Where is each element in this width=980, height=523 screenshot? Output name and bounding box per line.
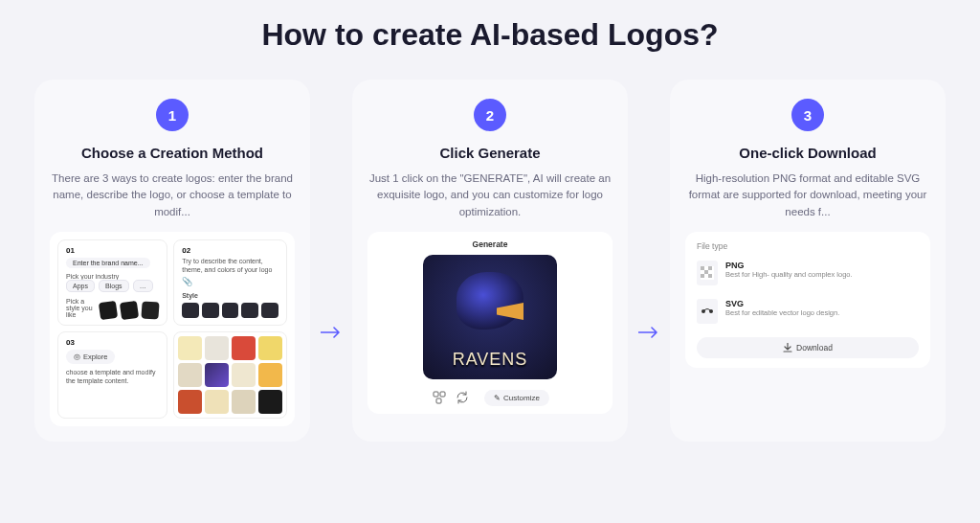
template-thumb[interactable]	[178, 390, 202, 414]
step-description: High-resolution PNG format and editable …	[685, 171, 930, 220]
box3-label: 03	[66, 338, 159, 347]
svg-rect-7	[701, 274, 704, 278]
style-tile[interactable]	[142, 301, 160, 319]
step1-illustration: 01 Enter the brand name... Pick your ind…	[50, 232, 295, 426]
filetype-row-svg[interactable]: SVG Best for editable vector logo design…	[697, 299, 919, 324]
template-thumb[interactable]	[232, 336, 256, 360]
style-swatch[interactable]	[222, 303, 239, 318]
step-number-badge: 1	[156, 99, 189, 131]
variant-icon[interactable]	[431, 389, 448, 406]
step-description: There are 3 ways to create logos: enter …	[50, 171, 295, 220]
svg-rect-5	[708, 266, 712, 270]
pick-industry-label: Pick your industry	[66, 273, 159, 280]
svg-rect-6	[704, 270, 708, 274]
template-thumb[interactable]	[205, 363, 229, 387]
logo-text: RAVENS	[453, 350, 528, 370]
svg-name: SVG	[725, 299, 839, 308]
svg-rect-4	[701, 266, 704, 270]
template-thumb[interactable]	[205, 390, 229, 414]
brand-name-input[interactable]: Enter the brand name...	[66, 258, 150, 268]
compass-icon: ◎	[74, 352, 80, 361]
template-thumb[interactable]	[178, 336, 202, 360]
style-swatch[interactable]	[202, 303, 219, 318]
style-swatch[interactable]	[182, 303, 199, 318]
svg-file-icon	[697, 299, 718, 324]
style-swatch[interactable]	[261, 303, 278, 318]
industry-chip-blogs[interactable]: Blogs	[99, 280, 129, 292]
box1-label: 01	[66, 246, 159, 255]
template-thumb[interactable]	[258, 336, 282, 360]
regenerate-icon[interactable]	[454, 389, 471, 406]
png-sub: Best for High- quality and complex logo.	[725, 270, 853, 280]
template-grid	[178, 336, 282, 414]
style-label: Style	[182, 292, 278, 299]
wand-icon: ✎	[494, 394, 501, 402]
svg-rect-8	[708, 274, 712, 278]
pick-style-label: Pick a style you like	[66, 298, 96, 318]
generated-logo-preview: RAVENS	[423, 255, 557, 379]
style-swatch[interactable]	[241, 303, 258, 318]
style-tile[interactable]	[99, 301, 118, 320]
page-title: How to create AI-based Logos?	[34, 17, 946, 53]
step-card-1: 1 Choose a Creation Method There are 3 w…	[34, 80, 310, 442]
download-icon	[783, 343, 792, 352]
template-thumb[interactable]	[258, 363, 282, 387]
svg-rect-2	[436, 398, 441, 403]
style-tile[interactable]	[120, 301, 139, 320]
step-title: One-click Download	[739, 145, 876, 161]
customize-button[interactable]: ✎ Customize	[484, 390, 549, 406]
explore-button[interactable]: ◎ Explore	[66, 350, 115, 364]
step-card-2: 2 Click Generate Just 1 click on the "GE…	[352, 80, 628, 442]
template-thumb[interactable]	[258, 390, 282, 414]
attach-icon[interactable]: 📎	[182, 277, 278, 286]
step-card-3: 3 One-click Download High-resolution PNG…	[670, 80, 946, 442]
template-thumb[interactable]	[232, 390, 256, 414]
arrow-right-icon	[628, 80, 670, 442]
template-thumb[interactable]	[178, 363, 202, 387]
step-number-badge: 3	[791, 99, 824, 131]
step-title: Click Generate	[439, 145, 540, 161]
step2-illustration: Generate RAVENS	[368, 232, 612, 414]
step-title: Choose a Creation Method	[81, 145, 263, 161]
svg-sub: Best for editable vector logo design.	[725, 308, 839, 318]
box2-label: 02	[182, 246, 278, 255]
step3-illustration: File type PNG Best for High- quality and…	[685, 232, 930, 368]
arrow-right-icon	[310, 80, 352, 442]
template-thumb[interactable]	[205, 336, 229, 360]
template-thumb[interactable]	[232, 363, 256, 387]
png-name: PNG	[725, 261, 853, 270]
box3-sub: choose a template and modify the templat…	[66, 368, 159, 385]
industry-chip-apps[interactable]: Apps	[66, 280, 95, 292]
png-file-icon	[697, 261, 718, 285]
svg-rect-0	[434, 392, 438, 397]
download-button[interactable]: Download	[697, 337, 919, 358]
industry-chip-more[interactable]: …	[133, 280, 153, 292]
svg-rect-1	[440, 392, 445, 397]
filetype-row-png[interactable]: PNG Best for High- quality and complex l…	[697, 261, 919, 285]
step-description: Just 1 click on the "GENERATE", AI will …	[368, 171, 612, 220]
generate-button[interactable]: Generate	[473, 239, 508, 249]
steps-row: 1 Choose a Creation Method There are 3 w…	[34, 80, 946, 442]
file-type-label: File type	[697, 241, 919, 251]
describe-text: Try to describe the content, theme, and …	[182, 257, 278, 274]
step-number-badge: 2	[474, 99, 506, 131]
